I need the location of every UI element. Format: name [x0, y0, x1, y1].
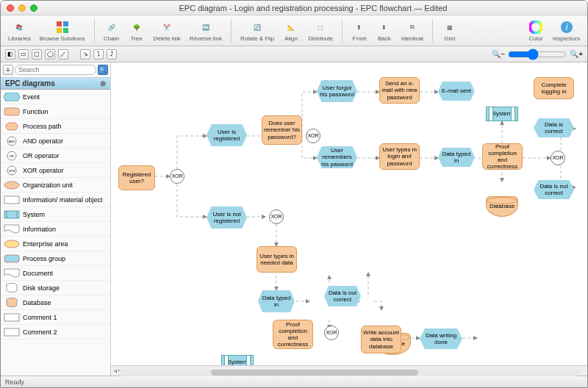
- node-data-typed-top[interactable]: Data typed in: [438, 148, 475, 167]
- svg-rect-9: [6, 123, 18, 130]
- node-send-email[interactable]: Send an e-mail with new password: [379, 77, 420, 104]
- tool-roundrect[interactable]: ▢: [32, 49, 42, 60]
- library-item-database[interactable]: Database: [1, 295, 110, 310]
- sidebar-collapse-button[interactable]: ≡: [3, 65, 13, 75]
- reverse-link-button[interactable]: ↔️Reverse link: [187, 19, 225, 42]
- front-button[interactable]: ⬆Front: [348, 19, 370, 42]
- align-button[interactable]: 📐Align: [280, 19, 302, 42]
- node-does-remember[interactable]: Does user remember his password?: [262, 115, 302, 145]
- canvas-area[interactable]: Registered user? XOR User is registered …: [111, 62, 587, 376]
- node-system-top[interactable]: System: [486, 107, 518, 121]
- svg-rect-25: [4, 314, 19, 321]
- library-item-disk-storage[interactable]: Disk storage: [1, 281, 110, 295]
- chain-icon: 🔗: [104, 19, 120, 35]
- library-item-label: Comment 2: [23, 328, 57, 336]
- node-complete-login[interactable]: Complete logging in: [534, 77, 574, 99]
- grid-button[interactable]: ▦Grid: [439, 19, 461, 42]
- front-icon: ⬆: [351, 19, 368, 35]
- library-sidebar: ≡ 🔍 EPC diagrams ⊗ EventFunctionProcess …: [1, 62, 111, 376]
- shape-library-list: EventFunctionProcess pathANDAND operator…: [1, 90, 110, 376]
- node-user-remembers[interactable]: User remembers his pasword: [317, 146, 357, 168]
- round-icon: [4, 254, 20, 264]
- node-user-forgot[interactable]: User forgot his password: [317, 80, 357, 102]
- horizontal-scrollbar[interactable]: [118, 369, 580, 376]
- library-item-process-group[interactable]: Process group: [1, 251, 110, 266]
- distribute-button[interactable]: ⬚Distribute: [305, 19, 336, 42]
- identical-button[interactable]: ⧉Identical: [398, 19, 426, 42]
- rect-icon: [4, 327, 20, 337]
- node-xor-1[interactable]: XOR: [170, 169, 184, 184]
- library-item-process-path[interactable]: Process path: [1, 119, 110, 134]
- library-item-information-material-object[interactable]: Information/ material object: [1, 193, 110, 207]
- svg-point-16: [4, 182, 19, 189]
- svg-text:AND: AND: [9, 140, 15, 143]
- node-write-account[interactable]: Write account data into database: [361, 326, 401, 353]
- node-user-types-needed[interactable]: User types in needed data: [257, 246, 297, 273]
- node-user-not-registered[interactable]: User is not registered: [207, 206, 247, 229]
- node-proof-bot[interactable]: Proof completion and correctness: [273, 320, 313, 349]
- library-item-event[interactable]: Event: [1, 90, 110, 104]
- node-data-typed-bot[interactable]: Data typed in: [258, 290, 295, 312]
- library-item-enterprise-area[interactable]: Enterprise area: [1, 237, 110, 251]
- library-item-organization-unit[interactable]: Organization unit: [1, 178, 110, 193]
- library-item-system[interactable]: System: [1, 207, 110, 222]
- node-xor-3[interactable]: XOR: [551, 151, 565, 165]
- library-item-label: Process path: [23, 123, 62, 130]
- svg-text:XOR: XOR: [9, 169, 15, 173]
- library-item-information[interactable]: Information: [1, 222, 110, 237]
- library-item-label: Comment 1: [23, 314, 57, 321]
- distribute-icon: ⬚: [312, 19, 329, 35]
- library-item-or-operator[interactable]: OROR operator: [1, 148, 110, 163]
- node-email-sent[interactable]: E-mail sent: [438, 82, 475, 101]
- tool-ellipse[interactable]: ◯: [45, 49, 55, 60]
- reverse-link-icon: ↔️: [198, 19, 214, 35]
- tool-connector-1[interactable]: ↘: [80, 49, 90, 60]
- zoom-window-button[interactable]: [30, 4, 37, 12]
- node-xor-2[interactable]: XOR: [306, 129, 320, 143]
- tool-pointer[interactable]: ▭: [18, 49, 29, 60]
- color-button[interactable]: Color: [525, 19, 547, 42]
- node-user-registered[interactable]: User is registered: [207, 124, 247, 146]
- node-registered-user[interactable]: Registered user?: [118, 165, 155, 190]
- browse-solutions-button[interactable]: Browse Solutions: [37, 19, 88, 42]
- close-window-button[interactable]: [7, 4, 14, 12]
- tool-line[interactable]: ／: [58, 49, 68, 60]
- align-icon: 📐: [283, 19, 299, 35]
- library-item-xor-operator[interactable]: XORXOR operator: [1, 163, 110, 178]
- chain-button[interactable]: 🔗Chain: [101, 19, 123, 42]
- panel-toggle-button[interactable]: ◧: [5, 49, 15, 60]
- zoom-out-icon[interactable]: 🔍−: [492, 50, 505, 58]
- rotate-flip-button[interactable]: 🔄Rotate & Flip: [237, 19, 277, 42]
- tree-button[interactable]: 🌳Tree: [126, 19, 148, 42]
- library-item-label: Database: [23, 299, 51, 306]
- library-item-function[interactable]: Function: [1, 104, 110, 119]
- library-item-document[interactable]: Document: [1, 266, 110, 281]
- svg-rect-2: [57, 28, 62, 33]
- sidebar-header[interactable]: EPC diagrams ⊗: [1, 78, 110, 90]
- search-input[interactable]: [15, 65, 96, 75]
- zoom-in-icon[interactable]: 🔍+: [570, 50, 583, 58]
- back-button[interactable]: ⬇Back: [373, 19, 395, 42]
- node-database-top[interactable]: Database: [486, 196, 518, 217]
- node-data-writing-done[interactable]: Data writing done: [420, 328, 462, 349]
- libraries-button[interactable]: 📚Libraries: [5, 19, 34, 42]
- tool-connector-2[interactable]: ⤵: [93, 49, 104, 60]
- delete-link-button[interactable]: ✂️Delete link: [151, 19, 184, 42]
- library-item-comment-2[interactable]: Comment 2: [1, 325, 110, 340]
- close-icon[interactable]: ⊗: [100, 79, 106, 87]
- node-data-not-correct-bot[interactable]: Data is not correct: [324, 286, 361, 306]
- node-proof-top[interactable]: Proof completion and correctness: [482, 143, 523, 170]
- minimize-window-button[interactable]: [18, 4, 26, 12]
- search-button[interactable]: 🔍: [98, 65, 108, 75]
- inspectors-button[interactable]: iInspectors: [550, 19, 583, 42]
- library-item-comment-1[interactable]: Comment 1: [1, 310, 110, 325]
- node-xor-5[interactable]: XOR: [324, 326, 339, 340]
- svg-rect-26: [4, 328, 19, 336]
- zoom-slider[interactable]: [508, 48, 567, 60]
- library-item-and-operator[interactable]: ANDAND operator: [1, 134, 110, 148]
- node-data-not-correct-top[interactable]: Data is not correct: [534, 180, 574, 199]
- tool-connector-3[interactable]: ⤴: [107, 49, 117, 60]
- node-user-types-login[interactable]: User types in login and password: [379, 143, 420, 170]
- node-xor-4[interactable]: XOR: [269, 209, 284, 224]
- node-data-correct-top[interactable]: Data is correct: [534, 118, 574, 137]
